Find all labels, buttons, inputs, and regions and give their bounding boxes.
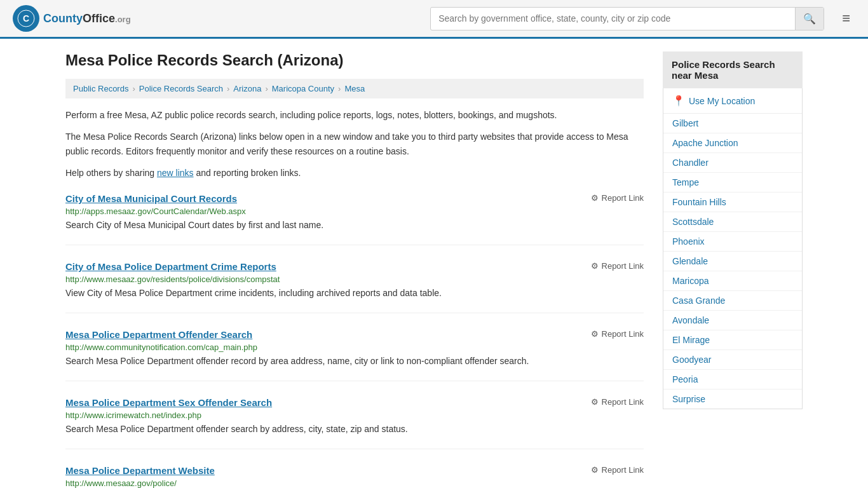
sidebar-nearby-link[interactable]: Casa Grande — [663, 291, 802, 311]
sidebar-nearby-link[interactable]: Surprise — [663, 390, 802, 409]
record-item: City of Mesa Municipal Court Records ⚙ R… — [65, 193, 644, 245]
record-url[interactable]: http://www.communitynotification.com/cap… — [65, 342, 644, 352]
sidebar: Police Records Search near Mesa 📍 Use My… — [663, 51, 803, 488]
record-desc: View City of Mesa Police Department crim… — [65, 287, 644, 300]
breadcrumb-sep-4: › — [338, 84, 341, 93]
report-link-button[interactable]: ⚙ Report Link — [591, 465, 644, 475]
record-url[interactable]: http://www.mesaaz.gov/residents/police/d… — [65, 274, 644, 284]
record-header: City of Mesa Municipal Court Records ⚙ R… — [65, 193, 644, 204]
search-icon: 🔍 — [803, 13, 816, 24]
report-icon: ⚙ — [591, 397, 599, 407]
content-area: Mesa Police Records Search (Arizona) Pub… — [65, 51, 644, 488]
nearby-links-container: GilbertApache JunctionChandlerTempeFount… — [663, 114, 802, 409]
sidebar-nearby-link[interactable]: Gilbert — [663, 114, 802, 133]
record-header: Mesa Police Department Sex Offender Sear… — [65, 397, 644, 408]
report-link-button[interactable]: ⚙ Report Link — [591, 397, 644, 407]
report-icon: ⚙ — [591, 193, 599, 203]
report-link-button[interactable]: ⚙ Report Link — [591, 193, 644, 203]
location-pin-icon: 📍 — [672, 95, 685, 107]
svg-text:C: C — [23, 13, 29, 24]
record-item: Mesa Police Department Sex Offender Sear… — [65, 397, 644, 449]
desc-para3-after: and reporting broken links. — [194, 168, 301, 178]
report-icon: ⚙ — [591, 261, 599, 271]
report-link-label: Report Link — [602, 329, 644, 339]
sidebar-header: Police Records Search near Mesa — [663, 51, 803, 88]
breadcrumb-sep-1: › — [132, 84, 135, 93]
description-para2: The Mesa Police Records Search (Arizona)… — [65, 130, 644, 158]
record-title[interactable]: City of Mesa Municipal Court Records — [65, 193, 237, 204]
sidebar-nearby-link[interactable]: Maricopa — [663, 271, 802, 291]
sidebar-nearby-link[interactable]: Tempe — [663, 173, 802, 193]
breadcrumb-public-records[interactable]: Public Records — [73, 84, 128, 93]
breadcrumb-arizona[interactable]: Arizona — [233, 84, 261, 93]
logo-county: County — [43, 12, 83, 25]
breadcrumb-maricopa[interactable]: Maricopa County — [272, 84, 334, 93]
record-header: Mesa Police Department Offender Search ⚙… — [65, 329, 644, 340]
logo-tld: .org — [115, 15, 131, 24]
sidebar-nearby-link[interactable]: Chandler — [663, 153, 802, 173]
menu-button[interactable]: ≡ — [837, 9, 855, 28]
record-desc: Search Mesa Police Department offender s… — [65, 423, 644, 436]
sidebar-nearby-link[interactable]: Goodyear — [663, 350, 802, 370]
sidebar-nearby-link[interactable]: Fountain Hills — [663, 193, 802, 212]
breadcrumb-sep-2: › — [227, 84, 229, 93]
sidebar-nearby-link[interactable]: El Mirage — [663, 330, 802, 350]
report-icon: ⚙ — [591, 329, 599, 339]
page-title: Mesa Police Records Search (Arizona) — [65, 51, 644, 69]
sidebar-nearby-link[interactable]: Peoria — [663, 370, 802, 390]
search-input[interactable] — [431, 8, 795, 29]
records-list: City of Mesa Municipal Court Records ⚙ R… — [65, 193, 644, 488]
sidebar-nearby-link[interactable]: Avondale — [663, 311, 802, 330]
record-item: Mesa Police Department Website ⚙ Report … — [65, 465, 644, 488]
report-link-button[interactable]: ⚙ Report Link — [591, 261, 644, 271]
breadcrumb: Public Records › Police Records Search ›… — [65, 79, 644, 98]
record-url[interactable]: http://www.icrimewatch.net/index.php — [65, 410, 644, 420]
breadcrumb-mesa[interactable]: Mesa — [344, 84, 365, 93]
site-header: C CountyOffice.org 🔍 ≡ — [0, 0, 868, 39]
hamburger-icon: ≡ — [842, 10, 850, 26]
breadcrumb-sep-3: › — [265, 84, 268, 93]
new-links-link[interactable]: new links — [157, 168, 194, 178]
sidebar-nearby-link[interactable]: Apache Junction — [663, 133, 802, 153]
record-header: City of Mesa Police Department Crime Rep… — [65, 261, 644, 272]
record-desc: Search City of Mesa Municipal Court date… — [65, 219, 644, 232]
record-item: Mesa Police Department Offender Search ⚙… — [65, 329, 644, 381]
sidebar-nearby-link[interactable]: Scottsdale — [663, 212, 802, 232]
record-header: Mesa Police Department Website ⚙ Report … — [65, 465, 644, 476]
main-container: Mesa Police Records Search (Arizona) Pub… — [53, 39, 815, 488]
search-button[interactable]: 🔍 — [795, 8, 824, 30]
sidebar-nearby-link[interactable]: Glendale — [663, 252, 802, 271]
description-para1: Perform a free Mesa, AZ public police re… — [65, 108, 644, 122]
report-link-button[interactable]: ⚙ Report Link — [591, 329, 644, 339]
sidebar-content: 📍 Use My Location GilbertApache Junction… — [663, 88, 803, 409]
record-url[interactable]: http://apps.mesaaz.gov/CourtCalendar/Web… — [65, 207, 644, 216]
use-my-location-label: Use My Location — [689, 96, 755, 106]
search-bar: 🔍 — [430, 7, 824, 30]
breadcrumb-police-records[interactable]: Police Records Search — [139, 84, 223, 93]
record-item: City of Mesa Police Department Crime Rep… — [65, 261, 644, 313]
report-icon: ⚙ — [591, 465, 599, 475]
report-link-label: Report Link — [602, 465, 644, 475]
use-my-location-button[interactable]: 📍 Use My Location — [663, 88, 802, 114]
record-desc: Search Mesa Police Department offender r… — [65, 355, 644, 368]
logo-office: Office — [83, 12, 115, 25]
logo-link[interactable]: C CountyOffice.org — [13, 5, 131, 32]
report-link-label: Report Link — [602, 261, 644, 271]
record-url[interactable]: http://www.mesaaz.gov/police/ — [65, 478, 644, 488]
desc-para3-before: Help others by sharing — [65, 168, 157, 178]
record-title[interactable]: Mesa Police Department Sex Offender Sear… — [65, 397, 272, 408]
record-title[interactable]: Mesa Police Department Offender Search — [65, 329, 252, 340]
report-link-label: Report Link — [602, 397, 644, 407]
report-link-label: Report Link — [602, 193, 644, 203]
sidebar-nearby-link[interactable]: Phoenix — [663, 232, 802, 252]
record-title[interactable]: City of Mesa Police Department Crime Rep… — [65, 261, 276, 272]
description-para3: Help others by sharing new links and rep… — [65, 166, 644, 180]
logo-icon: C — [13, 5, 39, 32]
record-title[interactable]: Mesa Police Department Website — [65, 465, 215, 476]
